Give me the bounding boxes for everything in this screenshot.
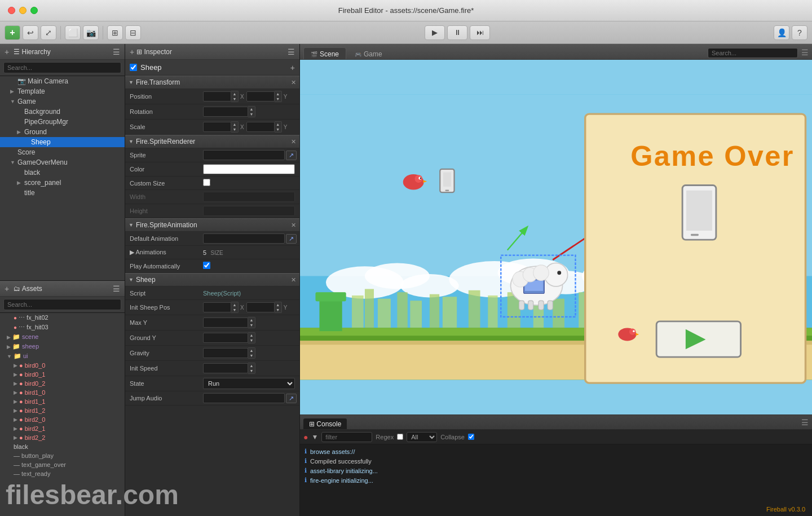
scene-tab[interactable]: 🎬 Scene [303, 47, 346, 59]
asset-bird2-1[interactable]: ▶ ● bird2_1 [0, 424, 125, 433]
asset-ui-folder[interactable]: ▼ 📁 ui [0, 351, 125, 361]
hierarchy-add-button[interactable]: + [5, 47, 9, 56]
rotation-down-button[interactable]: ▼ [248, 112, 255, 117]
minimize-button[interactable] [19, 7, 27, 14]
ground-y-up[interactable]: ▲ [248, 333, 255, 338]
tree-item-background[interactable]: Background [0, 107, 125, 117]
sprite-renderer-component-header[interactable]: ▼ Fire.SpriteRenderer ✕ [125, 135, 299, 148]
asset-bird2-2[interactable]: ▶ ● bird2_2 [0, 433, 125, 442]
close-button[interactable] [8, 7, 15, 14]
step-button[interactable]: ⏭ [470, 25, 490, 40]
layout-button[interactable]: ⤢ [41, 25, 56, 40]
sprite-animation-component-header[interactable]: ▼ Fire.SpriteAnimation ✕ [125, 218, 299, 232]
gravity-down[interactable]: ▼ [248, 353, 255, 358]
play-automatically-checkbox[interactable] [203, 262, 210, 269]
asset-bird1-0[interactable]: ▶ ● bird1_0 [0, 388, 125, 397]
console-all-select[interactable]: All Info Warn Error [407, 432, 437, 442]
pause-button[interactable]: ⏸ [447, 25, 467, 40]
view-button[interactable]: ⊟ [125, 25, 141, 40]
console-collapse-checkbox[interactable] [468, 434, 474, 440]
hierarchy-menu-button[interactable]: ☰ [113, 47, 120, 56]
console-clear-button[interactable]: ● [303, 433, 308, 442]
init-speed-input[interactable]: 500 [203, 363, 248, 373]
max-y-down[interactable]: ▼ [248, 323, 255, 328]
init-sheep-pos-x-input[interactable]: -150 [203, 302, 231, 312]
maximize-button[interactable] [30, 7, 38, 14]
console-tab[interactable]: ⊞ Console [303, 418, 347, 429]
asset-fx-hit03[interactable]: ● ⋯ fx_hit03 [0, 323, 125, 332]
script-link[interactable]: Sheep(Script) [203, 290, 241, 297]
rotation-input[interactable]: 35 [203, 107, 248, 117]
tree-item-template[interactable]: ▶ Template [0, 86, 125, 96]
asset-scene-folder[interactable]: ▶ 📁 scene [0, 332, 125, 342]
position-y-up-button[interactable]: ▲ [275, 91, 281, 96]
assets-menu-button[interactable]: ☰ [113, 284, 120, 293]
position-x-down-button[interactable]: ▼ [231, 96, 238, 102]
tree-item-game[interactable]: ▼ Game [0, 96, 125, 107]
asset-black[interactable]: black [0, 442, 125, 451]
undo-button[interactable]: ↩ [23, 25, 38, 40]
ground-y-down[interactable]: ▼ [248, 338, 255, 343]
sprite-renderer-close-button[interactable]: ✕ [291, 138, 296, 145]
inspector-menu-button[interactable]: ☰ [288, 47, 295, 56]
asset-sheep-folder[interactable]: ▶ 📁 sheep [0, 342, 125, 351]
console-filter-icon[interactable]: ▼ [311, 433, 318, 441]
asset-bird1-1[interactable]: ▶ ● bird1_1 [0, 397, 125, 406]
hierarchy-search-input[interactable] [3, 62, 121, 73]
sprite-link-button[interactable]: ↗ [286, 151, 297, 160]
tree-item-sheep[interactable]: Sheep [0, 137, 125, 147]
tree-item-gameovermenu[interactable]: ▼ GameOverMenu [0, 157, 125, 167]
assets-add-button[interactable]: + [5, 284, 9, 293]
tree-item-score-panel[interactable]: ▶ score_panel [0, 178, 125, 188]
asset-bird2-0[interactable]: ▶ ● bird2_0 [0, 415, 125, 424]
scale-y-up-button[interactable]: ▲ [275, 122, 281, 127]
tree-item-ground[interactable]: ▶ Ground [0, 127, 125, 137]
asset-button-play[interactable]: — button_play [0, 451, 125, 460]
sprite-animation-close-button[interactable]: ✕ [291, 222, 296, 229]
init-sheep-pos-y-input[interactable]: -180 [246, 302, 275, 312]
scene-search-input[interactable] [708, 48, 798, 58]
asset-text-ready[interactable]: — text_ready [0, 469, 125, 478]
jump-audio-input[interactable]: jump(Component/AudioSpri [203, 393, 285, 403]
asset-bird0-0[interactable]: ▶ ● bird0_0 [0, 361, 125, 370]
ground-y-input[interactable]: -170 [203, 333, 248, 343]
scene-menu-button[interactable]: ☰ [801, 48, 809, 57]
max-y-up[interactable]: ▲ [248, 317, 255, 323]
gravity-up[interactable]: ▲ [248, 348, 255, 353]
init-pos-x-up[interactable]: ▲ [231, 302, 238, 307]
assets-search-input[interactable] [3, 299, 121, 310]
init-speed-down[interactable]: ▼ [248, 368, 255, 373]
rect-tool-button[interactable]: ⬜ [65, 25, 81, 40]
help-button[interactable]: ? [792, 25, 807, 40]
custom-size-checkbox[interactable] [203, 179, 210, 186]
asset-fx-hit02[interactable]: ● ⋯ fx_hit02 [0, 313, 125, 323]
scale-y-input[interactable]: 0.7 [246, 122, 275, 132]
tree-item-black[interactable]: black [0, 167, 125, 178]
init-pos-y-up[interactable]: ▲ [275, 302, 281, 307]
play-button[interactable]: ▶ [425, 25, 445, 40]
asset-bird0-1[interactable]: ▶ ● bird0_1 [0, 370, 125, 379]
tree-item-pipegroupmgr[interactable]: PipeGroupMgr [0, 117, 125, 127]
init-pos-x-down[interactable]: ▼ [231, 307, 238, 312]
gravity-input[interactable]: 9.8 [203, 348, 248, 358]
sheep-component-header[interactable]: ▼ Sheep ✕ [125, 273, 299, 286]
console-filter-input[interactable] [321, 432, 372, 442]
max-y-input[interactable]: 250 [203, 317, 248, 328]
jump-audio-link-button[interactable]: ↗ [286, 394, 297, 403]
init-pos-y-down[interactable]: ▼ [275, 307, 281, 312]
default-animation-input[interactable]: Run(Asset/SpriteAnimationC [203, 233, 285, 244]
color-swatch[interactable] [203, 164, 295, 174]
rotation-up-button[interactable]: ▲ [248, 107, 255, 112]
node-active-checkbox[interactable] [130, 64, 137, 71]
transform-component-header[interactable]: ▼ Fire.Transform ✕ [125, 76, 299, 89]
state-select[interactable]: Run Jump Dead [203, 378, 295, 389]
console-regex-checkbox[interactable] [397, 434, 403, 440]
asset-bird0-2[interactable]: ▶ ● bird0_2 [0, 379, 125, 388]
tree-item-title[interactable]: title [0, 188, 125, 198]
tree-item-score[interactable]: Score [0, 147, 125, 157]
game-tab[interactable]: 🎮 Game [347, 47, 390, 59]
scale-y-down-button[interactable]: ▼ [275, 127, 281, 132]
console-menu-button[interactable]: ☰ [801, 418, 809, 427]
default-animation-link-button[interactable]: ↗ [286, 234, 297, 244]
scale-x-input[interactable]: -0.7 [203, 122, 231, 132]
